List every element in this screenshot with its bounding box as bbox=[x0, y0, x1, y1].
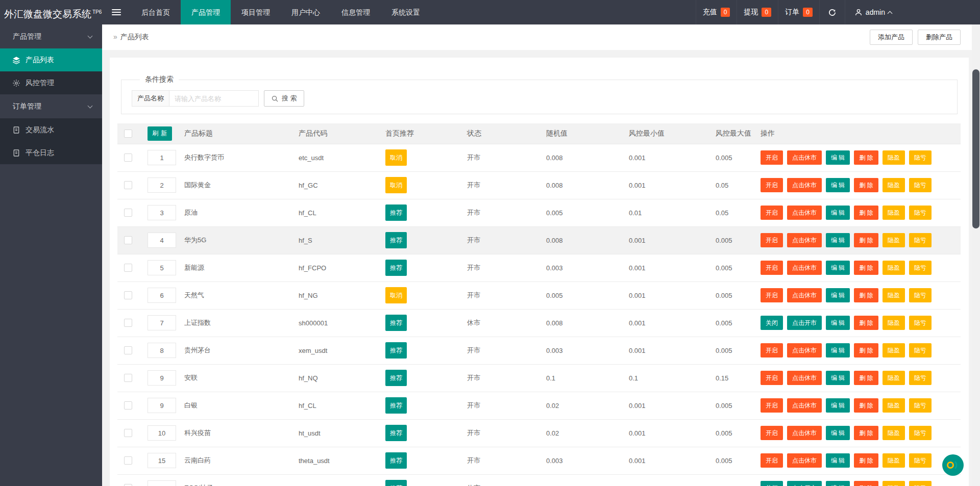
delete-button[interactable]: 删 除 bbox=[854, 371, 878, 385]
edit-button[interactable]: 编 辑 bbox=[826, 343, 850, 357]
edit-button[interactable]: 编 辑 bbox=[826, 453, 850, 468]
toggle-market-button[interactable]: 点击休市 bbox=[787, 178, 822, 192]
row-checkbox[interactable] bbox=[124, 209, 132, 217]
toggle-market-button[interactable]: 点击休市 bbox=[787, 233, 822, 247]
recommend-badge[interactable]: 推荐 bbox=[385, 260, 407, 276]
toggle-enable-button[interactable]: 开启 bbox=[761, 206, 783, 220]
row-id-input[interactable] bbox=[148, 315, 176, 330]
refresh-icon[interactable] bbox=[819, 0, 845, 24]
row-id-input[interactable] bbox=[148, 398, 176, 413]
recommend-badge[interactable]: 推荐 bbox=[385, 397, 407, 414]
toggle-market-button[interactable]: 点击休市 bbox=[787, 206, 822, 220]
recommend-badge[interactable]: 取消 bbox=[385, 149, 407, 166]
quick-counter-订单[interactable]: 订单0 bbox=[778, 0, 819, 24]
delete-button[interactable]: 删 除 bbox=[854, 288, 878, 302]
sidebar-item-平仓日志[interactable]: 平仓日志 bbox=[0, 141, 102, 164]
row-id-input[interactable] bbox=[148, 425, 176, 441]
quick-counter-提现[interactable]: 提现0 bbox=[737, 0, 778, 24]
hide-profit-button[interactable]: 隐盈 bbox=[883, 398, 905, 413]
toggle-enable-button[interactable]: 开启 bbox=[761, 371, 783, 385]
hide-profit-button[interactable]: 隐盈 bbox=[883, 261, 905, 275]
top-menu-item-产品管理[interactable]: 产品管理 bbox=[181, 0, 231, 24]
hide-loss-button[interactable]: 隐亏 bbox=[909, 343, 932, 357]
hide-profit-button[interactable]: 隐盈 bbox=[883, 206, 905, 220]
sidebar-group-订单管理[interactable]: 订单管理 bbox=[0, 94, 102, 118]
user-menu[interactable]: admin bbox=[845, 0, 901, 24]
hide-profit-button[interactable]: 隐盈 bbox=[883, 288, 905, 302]
hide-loss-button[interactable]: 隐亏 bbox=[909, 178, 932, 192]
add-product-button[interactable]: 添加产品 bbox=[870, 30, 913, 45]
toggle-market-button[interactable]: 点击休市 bbox=[787, 453, 822, 468]
delete-button[interactable]: 删 除 bbox=[854, 178, 878, 192]
delete-product-button[interactable]: 删除产品 bbox=[918, 30, 961, 45]
toggle-market-button[interactable]: 点击休市 bbox=[787, 150, 822, 165]
recommend-badge[interactable]: 推荐 bbox=[385, 370, 407, 386]
floating-audio-widget[interactable] bbox=[942, 454, 964, 476]
toggle-enable-button[interactable]: 开启 bbox=[761, 453, 783, 468]
hide-loss-button[interactable]: 隐亏 bbox=[909, 453, 932, 468]
hide-loss-button[interactable]: 隐亏 bbox=[909, 233, 932, 247]
recommend-badge[interactable]: 推荐 bbox=[385, 315, 407, 331]
row-id-input[interactable] bbox=[148, 343, 176, 358]
toggle-enable-button[interactable]: 开启 bbox=[761, 288, 783, 302]
hide-profit-button[interactable]: 隐盈 bbox=[883, 453, 905, 468]
toggle-enable-button[interactable]: 开启 bbox=[761, 261, 783, 275]
edit-button[interactable]: 编 辑 bbox=[826, 288, 850, 302]
hide-profit-button[interactable]: 隐盈 bbox=[883, 371, 905, 385]
vertical-scrollbar[interactable] bbox=[972, 24, 980, 486]
edit-button[interactable]: 编 辑 bbox=[826, 316, 850, 330]
row-checkbox[interactable] bbox=[124, 291, 132, 299]
top-menu-item-用户中心[interactable]: 用户中心 bbox=[281, 0, 331, 24]
delete-button[interactable]: 删 除 bbox=[854, 453, 878, 468]
recommend-badge[interactable]: 推荐 bbox=[385, 204, 407, 221]
hamburger-icon[interactable] bbox=[102, 0, 131, 24]
edit-button[interactable]: 编 辑 bbox=[826, 398, 850, 413]
row-checkbox[interactable] bbox=[124, 319, 132, 327]
recommend-badge[interactable]: 推荐 bbox=[385, 452, 407, 469]
hide-profit-button[interactable]: 隐盈 bbox=[883, 426, 905, 440]
toggle-enable-button[interactable]: 开启 bbox=[761, 233, 783, 247]
edit-button[interactable]: 编 辑 bbox=[826, 426, 850, 440]
recommend-badge[interactable]: 取消 bbox=[385, 287, 407, 303]
toggle-market-button[interactable]: 点击休市 bbox=[787, 343, 822, 357]
delete-button[interactable]: 删 除 bbox=[854, 343, 878, 357]
select-all-checkbox[interactable] bbox=[124, 130, 132, 138]
hide-loss-button[interactable]: 隐亏 bbox=[909, 288, 932, 302]
toggle-enable-button[interactable]: 开启 bbox=[761, 426, 783, 440]
row-checkbox[interactable] bbox=[124, 374, 132, 382]
row-id-input[interactable] bbox=[148, 233, 176, 248]
edit-button[interactable]: 编 辑 bbox=[826, 178, 850, 192]
row-checkbox[interactable] bbox=[124, 236, 132, 244]
delete-button[interactable]: 删 除 bbox=[854, 233, 878, 247]
toggle-market-button[interactable]: 点击休市 bbox=[787, 288, 822, 302]
toggle-enable-button[interactable]: 开启 bbox=[761, 343, 783, 357]
hide-loss-button[interactable]: 隐亏 bbox=[909, 316, 932, 330]
edit-button[interactable]: 编 辑 bbox=[826, 206, 850, 220]
hide-loss-button[interactable]: 隐亏 bbox=[909, 481, 932, 486]
toggle-enable-button[interactable]: 开启 bbox=[761, 150, 783, 165]
toggle-market-button[interactable]: 点击休市 bbox=[787, 371, 822, 385]
toggle-market-button[interactable]: 点击休市 bbox=[787, 261, 822, 275]
hide-profit-button[interactable]: 隐盈 bbox=[883, 233, 905, 247]
toggle-market-button[interactable]: 点击休市 bbox=[787, 398, 822, 413]
delete-button[interactable]: 删 除 bbox=[854, 316, 878, 330]
delete-button[interactable]: 删 除 bbox=[854, 206, 878, 220]
hide-profit-button[interactable]: 隐盈 bbox=[883, 178, 905, 192]
row-id-input[interactable] bbox=[148, 288, 176, 303]
top-menu-item-项目管理[interactable]: 项目管理 bbox=[231, 0, 281, 24]
toggle-enable-button[interactable]: 关闭 bbox=[761, 316, 783, 330]
hide-profit-button[interactable]: 隐盈 bbox=[883, 316, 905, 330]
row-checkbox[interactable] bbox=[124, 346, 132, 354]
recommend-badge[interactable]: 推荐 bbox=[385, 232, 407, 248]
delete-button[interactable]: 删 除 bbox=[854, 261, 878, 275]
product-name-input[interactable] bbox=[169, 90, 259, 107]
recommend-badge[interactable]: 推荐 bbox=[385, 425, 407, 441]
row-checkbox[interactable] bbox=[124, 429, 132, 437]
recommend-badge[interactable]: 取消 bbox=[385, 177, 407, 193]
edit-button[interactable]: 编 辑 bbox=[826, 371, 850, 385]
toggle-market-button[interactable]: 点击开市 bbox=[787, 316, 822, 330]
hide-profit-button[interactable]: 隐盈 bbox=[883, 343, 905, 357]
row-id-input[interactable] bbox=[148, 370, 176, 386]
top-menu-item-系统设置[interactable]: 系统设置 bbox=[381, 0, 431, 24]
row-checkbox[interactable] bbox=[124, 456, 132, 465]
